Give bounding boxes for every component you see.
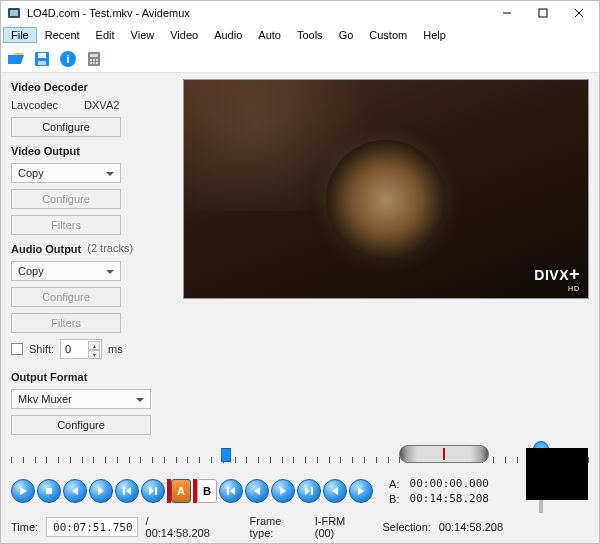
audio-shift-input[interactable]: 0 ▴▾ xyxy=(60,339,102,359)
svg-rect-12 xyxy=(90,54,98,57)
duration-label: / 00:14:58.208 xyxy=(146,515,215,539)
svg-marker-30 xyxy=(254,487,260,495)
preview-thumbnail xyxy=(526,448,588,500)
video-decoder-heading: Video Decoder xyxy=(11,81,171,93)
marker-b-value: 00:14:58.208 xyxy=(410,492,489,505)
window-minimize-button[interactable] xyxy=(489,2,525,24)
toolbar-save-button[interactable] xyxy=(31,48,53,70)
video-decoder-configure-button[interactable]: Configure xyxy=(11,117,121,137)
spinner-down-icon[interactable]: ▾ xyxy=(88,350,100,359)
menu-help[interactable]: Help xyxy=(415,27,454,43)
video-decoder-label: Lavcodec xyxy=(11,99,58,111)
set-marker-a-button[interactable]: A xyxy=(167,479,191,503)
menu-recent[interactable]: Recent xyxy=(37,27,88,43)
menu-audio[interactable]: Audio xyxy=(206,27,250,43)
video-output-filters-button[interactable]: Filters xyxy=(11,215,121,235)
menu-edit[interactable]: Edit xyxy=(88,27,123,43)
timeline-ticks xyxy=(11,457,589,463)
transport-controls: A B A: 00:00:00.000 B: 00:14:58.208 xyxy=(11,477,589,505)
svg-rect-24 xyxy=(123,487,125,495)
svg-rect-21 xyxy=(46,488,52,494)
menu-custom[interactable]: Custom xyxy=(361,27,415,43)
svg-marker-20 xyxy=(20,487,27,495)
video-output-heading: Video Output xyxy=(11,145,171,157)
next-keyframe-button[interactable] xyxy=(141,479,165,503)
menu-file[interactable]: File xyxy=(3,27,37,43)
time-label: Time: xyxy=(11,521,38,533)
toolbar-open-button[interactable] xyxy=(5,48,27,70)
output-format-select[interactable]: Mkv Muxer xyxy=(11,389,151,409)
svg-marker-23 xyxy=(98,487,104,495)
video-decoder-value: DXVA2 xyxy=(84,99,119,111)
audio-output-configure-button[interactable]: Configure xyxy=(11,287,121,307)
svg-rect-13 xyxy=(90,59,92,61)
selection-value: 00:14:58.208 xyxy=(439,521,503,533)
audio-shift-unit: ms xyxy=(108,343,123,355)
audio-shift-value: 0 xyxy=(65,343,71,355)
marker-a-label: A: xyxy=(389,478,399,490)
stop-button[interactable] xyxy=(37,479,61,503)
menubar: File Recent Edit View Video Audio Auto T… xyxy=(1,25,599,45)
time-field[interactable]: 00:07:51.750 xyxy=(46,517,137,537)
goto-marker-a-button[interactable] xyxy=(245,479,269,503)
video-output-select[interactable]: Copy xyxy=(11,163,121,183)
menu-video[interactable]: Video xyxy=(162,27,206,43)
output-format-configure-button[interactable]: Configure xyxy=(11,415,151,435)
audio-shift-checkbox[interactable] xyxy=(11,343,23,355)
menu-go[interactable]: Go xyxy=(331,27,362,43)
timeline xyxy=(11,445,589,465)
prev-keyframe-button[interactable] xyxy=(115,479,139,503)
play-button[interactable] xyxy=(11,479,35,503)
prev-black-frame-button[interactable] xyxy=(323,479,347,503)
toolbar-info-button[interactable]: i xyxy=(57,48,79,70)
video-preview: DIVX+ HD xyxy=(183,79,589,299)
svg-marker-29 xyxy=(230,487,235,495)
svg-marker-22 xyxy=(72,487,78,495)
window-title: LO4D.com - Test.mkv - Avidemux xyxy=(27,7,489,19)
window-close-button[interactable] xyxy=(561,2,597,24)
sidebar: Video Decoder Lavcodec DXVA2 Configure V… xyxy=(11,79,171,435)
output-format-heading: Output Format xyxy=(11,371,171,383)
svg-marker-32 xyxy=(305,487,310,495)
marker-b-label: B: xyxy=(389,493,399,505)
audio-shift-label: Shift: xyxy=(29,343,54,355)
jog-dial[interactable] xyxy=(399,445,489,463)
frame-type-label: Frame type: xyxy=(250,515,307,539)
svg-rect-28 xyxy=(227,487,229,495)
goto-end-button[interactable] xyxy=(297,479,321,503)
next-black-frame-button[interactable] xyxy=(349,479,373,503)
set-marker-b-button[interactable]: B xyxy=(193,479,217,503)
svg-marker-25 xyxy=(126,487,131,495)
audio-output-tracks-note: (2 tracks) xyxy=(87,242,133,254)
selection-label: Selection: xyxy=(383,521,431,533)
audio-output-select[interactable]: Copy xyxy=(11,261,121,281)
svg-rect-14 xyxy=(93,59,95,61)
window-titlebar: LO4D.com - Test.mkv - Avidemux xyxy=(1,1,599,25)
menu-auto[interactable]: Auto xyxy=(250,27,289,43)
goto-marker-b-button[interactable] xyxy=(271,479,295,503)
timeline-playhead[interactable] xyxy=(221,448,231,462)
audio-output-filters-button[interactable]: Filters xyxy=(11,313,121,333)
svg-rect-15 xyxy=(96,59,98,61)
menu-tools[interactable]: Tools xyxy=(289,27,331,43)
app-icon xyxy=(7,6,21,20)
menu-view[interactable]: View xyxy=(123,27,163,43)
divx-logo: DIVX+ HD xyxy=(534,264,580,292)
marker-a-value: 00:00:00.000 xyxy=(410,477,489,490)
svg-rect-7 xyxy=(38,53,46,58)
goto-start-button[interactable] xyxy=(219,479,243,503)
prev-frame-button[interactable] xyxy=(63,479,87,503)
video-output-configure-button[interactable]: Configure xyxy=(11,189,121,209)
toolbar: i xyxy=(1,45,599,73)
toolbar-calculator-button[interactable] xyxy=(83,48,105,70)
svg-rect-17 xyxy=(93,62,95,64)
svg-marker-35 xyxy=(358,487,364,495)
svg-rect-33 xyxy=(311,487,313,495)
svg-marker-34 xyxy=(332,487,338,495)
svg-rect-18 xyxy=(96,62,98,64)
selection-panel: A: 00:00:00.000 B: 00:14:58.208 xyxy=(389,477,489,505)
next-frame-button[interactable] xyxy=(89,479,113,503)
audio-output-heading: Audio Output xyxy=(11,243,81,255)
spinner-up-icon[interactable]: ▴ xyxy=(88,341,100,350)
window-maximize-button[interactable] xyxy=(525,2,561,24)
